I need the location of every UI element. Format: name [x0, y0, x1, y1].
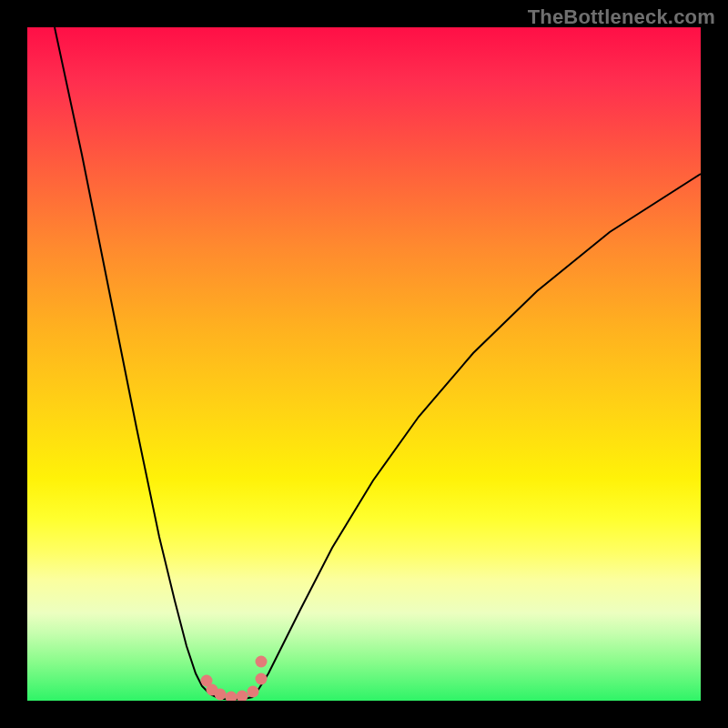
valley-marker-dot — [237, 691, 248, 702]
valley-marker-dot — [226, 692, 238, 702]
curve-layer — [27, 27, 701, 701]
chart-stage: TheBottleneck.com — [0, 0, 728, 728]
valley-markers — [201, 656, 268, 702]
valley-marker-dot — [248, 686, 259, 698]
valley-marker-dot — [215, 689, 227, 701]
valley-marker-dot — [256, 673, 268, 685]
valley-marker-dot — [256, 656, 268, 668]
curve-left-branch — [55, 27, 217, 697]
watermark-text: TheBottleneck.com — [528, 5, 715, 29]
plot-area — [27, 27, 701, 701]
curve-right-branch — [253, 174, 701, 697]
